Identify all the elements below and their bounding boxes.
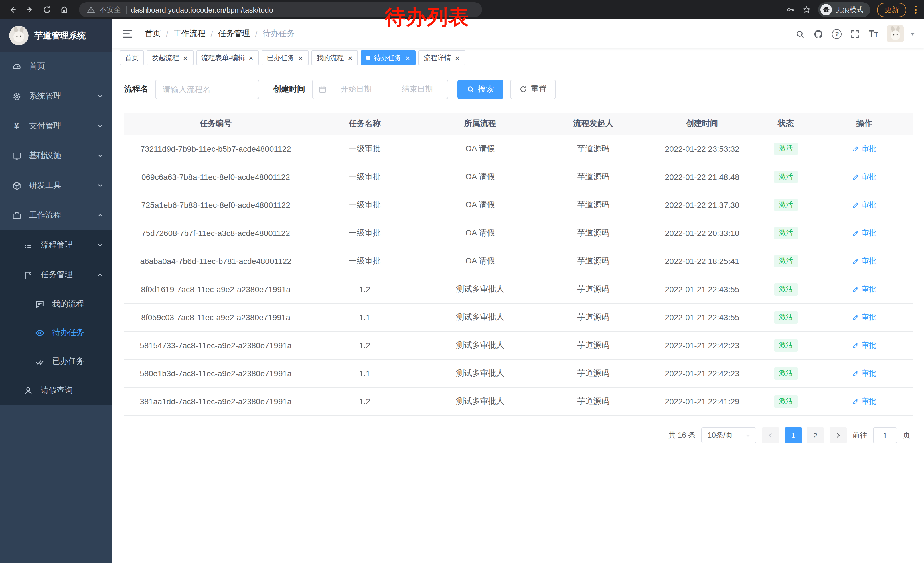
tab-close-icon[interactable]: × — [248, 54, 254, 62]
col-task-id: 任务编号 — [124, 119, 307, 129]
sidebar-item-my-process[interactable]: 我的流程 — [0, 290, 112, 318]
initiator-cell: 芋道源码 — [538, 284, 649, 294]
browser-back-button[interactable] — [6, 3, 20, 17]
breadcrumb: 首页 / 工作流程 / 任务管理 / 待办任务 — [145, 29, 294, 39]
approve-label: 审批 — [862, 312, 876, 323]
sidebar-item-process-mgmt[interactable]: 流程管理 — [0, 230, 112, 260]
reset-button[interactable]: 重置 — [510, 80, 556, 99]
status-cell: 激活 — [756, 255, 816, 267]
action-cell: 审批 — [816, 396, 912, 407]
search-button[interactable]: 搜索 — [458, 80, 503, 99]
sidebar-item-payment[interactable]: ¥ 支付管理 — [0, 111, 112, 141]
task-name-cell: 1.1 — [307, 313, 422, 322]
task-name-cell: 1.2 — [307, 341, 422, 350]
initiator-cell: 芋道源码 — [538, 368, 649, 378]
font-size-icon[interactable]: TT — [869, 29, 878, 39]
process-cell: OA 请假 — [422, 200, 538, 210]
monitor-icon — [12, 151, 22, 161]
initiator-cell: 芋道源码 — [538, 200, 649, 210]
menu-label: 流程管理 — [40, 240, 73, 250]
tab-close-icon[interactable]: × — [183, 54, 188, 62]
tab-流程详情[interactable]: 流程详情 × — [418, 50, 465, 65]
create-time-cell: 2022-01-21 22:41:29 — [648, 397, 756, 406]
page-button-2[interactable]: 2 — [807, 427, 824, 443]
sidebar-item-workflow[interactable]: 工作流程 — [0, 200, 112, 230]
process-name-input[interactable] — [155, 80, 260, 99]
col-actions: 操作 — [816, 119, 912, 129]
sidebar-item-infrastructure[interactable]: 基础设施 — [0, 141, 112, 171]
sidebar-menu: 首页 系统管理 ¥ 支付管理 — [0, 51, 112, 405]
tab-我的流程[interactable]: 我的流程 × — [311, 50, 358, 65]
github-icon[interactable] — [814, 29, 824, 39]
tab-待办任务[interactable]: 待办任务 × — [361, 50, 416, 65]
breadcrumb-workflow[interactable]: 工作流程 — [174, 29, 206, 39]
breadcrumb-task-mgmt[interactable]: 任务管理 — [218, 29, 250, 39]
pen-icon — [852, 398, 859, 405]
browser-home-button[interactable] — [57, 3, 71, 17]
initiator-cell: 芋道源码 — [538, 144, 649, 154]
incognito-icon — [820, 4, 832, 15]
sidebar: 芋道管理系统 首页 系统管理 ¥ — [0, 20, 112, 563]
next-page-button[interactable] — [830, 427, 847, 443]
tab-发起流程[interactable]: 发起流程 × — [147, 50, 193, 65]
approve-link[interactable]: 审批 — [852, 256, 876, 266]
sidebar-item-system[interactable]: 系统管理 — [0, 81, 112, 111]
user-avatar[interactable] — [887, 25, 904, 42]
create-time-label: 创建时间 — [273, 84, 305, 95]
sidebar-item-home[interactable]: 首页 — [0, 51, 112, 81]
tab-close-icon[interactable]: × — [405, 54, 411, 62]
breadcrumb-home[interactable]: 首页 — [145, 29, 161, 39]
process-cell: 测试多审批人 — [422, 340, 538, 350]
sidebar-item-leave-query[interactable]: 请假查询 — [0, 376, 112, 405]
browser-menu-icon[interactable] — [913, 6, 918, 14]
search-icon[interactable] — [795, 29, 805, 39]
action-cell: 审批 — [816, 340, 912, 350]
tab-close-icon[interactable]: × — [454, 54, 460, 62]
app-logo[interactable]: 芋道管理系统 — [0, 20, 112, 51]
tab-已办任务[interactable]: 已办任务 × — [262, 50, 308, 65]
approve-link[interactable]: 审批 — [852, 368, 876, 378]
sidebar-item-todo-task[interactable]: 待办任务 — [0, 318, 112, 347]
tab-label: 我的流程 — [316, 53, 344, 63]
task-name-cell: 一级审批 — [307, 228, 422, 238]
bookmark-star-icon[interactable] — [802, 5, 811, 14]
avatar-caret-icon[interactable] — [910, 32, 915, 35]
pen-icon — [852, 370, 859, 377]
update-chip[interactable]: 更新 — [877, 3, 906, 17]
pen-icon — [852, 314, 859, 321]
password-key-icon[interactable] — [786, 5, 795, 14]
approve-link[interactable]: 审批 — [852, 228, 876, 238]
status-cell: 激活 — [756, 227, 816, 239]
tab-label: 首页 — [125, 53, 138, 63]
tab-label: 已办任务 — [267, 53, 294, 63]
create-time-cell: 2022-01-21 22:43:55 — [648, 313, 756, 322]
hamburger-icon[interactable] — [118, 28, 137, 39]
approve-link[interactable]: 审批 — [852, 396, 876, 407]
tab-close-icon[interactable]: × — [348, 54, 353, 62]
date-range-picker[interactable]: 开始日期 - 结束日期 — [312, 80, 448, 99]
help-icon[interactable]: ? — [832, 29, 842, 39]
tab-close-icon[interactable]: × — [298, 54, 303, 62]
sidebar-item-task-mgmt[interactable]: 任务管理 — [0, 260, 112, 290]
fullscreen-icon[interactable] — [850, 29, 860, 39]
prev-page-button[interactable] — [762, 427, 779, 443]
sidebar-item-done-task[interactable]: 已办任务 — [0, 347, 112, 376]
chevron-right-icon — [835, 432, 842, 439]
tab-流程表单-编辑[interactable]: 流程表单-编辑 × — [196, 50, 259, 65]
approve-link[interactable]: 审批 — [852, 172, 876, 182]
approve-link[interactable]: 审批 — [852, 312, 876, 323]
refresh-icon — [519, 86, 527, 93]
approve-link[interactable]: 审批 — [852, 144, 876, 154]
approve-link[interactable]: 审批 — [852, 200, 876, 210]
browser-reload-button[interactable] — [40, 3, 54, 17]
goto-page-input[interactable] — [873, 427, 897, 443]
approve-link[interactable]: 审批 — [852, 284, 876, 294]
browser-forward-button[interactable] — [23, 3, 37, 17]
page-button-1[interactable]: 1 — [785, 427, 802, 443]
approve-link[interactable]: 审批 — [852, 340, 876, 350]
status-badge: 激活 — [774, 367, 798, 380]
sidebar-item-devtools[interactable]: 研发工具 — [0, 171, 112, 200]
menu-label: 系统管理 — [29, 91, 61, 101]
page-size-select[interactable]: 10条/页 — [701, 427, 756, 443]
tab-首页[interactable]: 首页 — [120, 50, 144, 65]
